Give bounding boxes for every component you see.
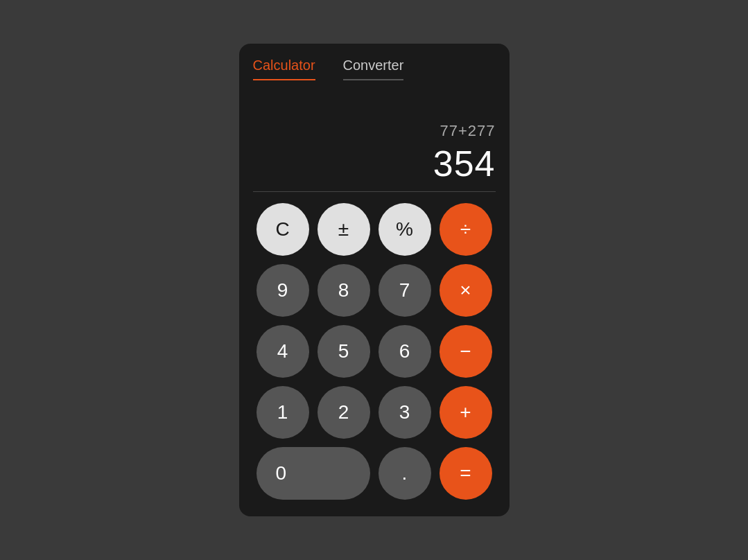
button-row-1: C ± % ÷ <box>253 203 496 256</box>
plus-minus-button[interactable]: ± <box>318 203 370 256</box>
four-button[interactable]: 4 <box>256 325 309 378</box>
minus-button[interactable]: − <box>440 325 492 378</box>
multiply-button[interactable]: × <box>440 264 492 317</box>
decimal-button[interactable]: . <box>379 447 431 500</box>
button-row-4: 1 2 3 + <box>253 386 496 439</box>
seven-button[interactable]: 7 <box>379 264 431 317</box>
tab-calculator[interactable]: Calculator <box>253 58 315 80</box>
equals-button[interactable]: = <box>440 447 492 500</box>
display-area: 77+277 354 <box>239 80 510 191</box>
eight-button[interactable]: 8 <box>318 264 370 317</box>
result-display: 354 <box>433 143 496 184</box>
percent-button[interactable]: % <box>379 203 431 256</box>
nine-button[interactable]: 9 <box>256 264 309 317</box>
clear-button[interactable]: C <box>256 203 309 256</box>
six-button[interactable]: 6 <box>379 325 431 378</box>
two-button[interactable]: 2 <box>318 386 370 439</box>
tab-converter[interactable]: Converter <box>343 58 404 80</box>
plus-button[interactable]: + <box>440 386 492 439</box>
button-row-5: 0 . = <box>253 447 496 500</box>
divide-button[interactable]: ÷ <box>440 203 492 256</box>
zero-button[interactable]: 0 <box>256 447 370 500</box>
five-button[interactable]: 5 <box>318 325 370 378</box>
button-row-3: 4 5 6 − <box>253 325 496 378</box>
button-grid: C ± % ÷ 9 8 7 × 4 5 6 − 1 2 3 + 0 <box>239 192 510 516</box>
expression-display: 77+277 <box>440 122 495 140</box>
one-button[interactable]: 1 <box>256 386 309 439</box>
button-row-2: 9 8 7 × <box>253 264 496 317</box>
tab-bar: Calculator Converter <box>239 44 510 80</box>
calculator-app: Calculator Converter 77+277 354 C ± % ÷ … <box>239 44 510 516</box>
three-button[interactable]: 3 <box>379 386 431 439</box>
